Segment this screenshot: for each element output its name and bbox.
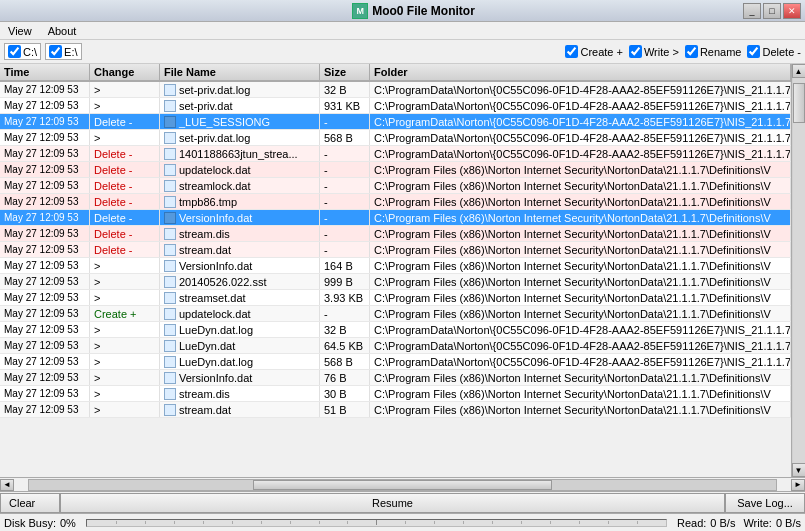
file-icon xyxy=(164,212,176,224)
filter-rename-input[interactable] xyxy=(685,45,698,58)
scroll-thumb[interactable] xyxy=(793,83,805,123)
filter-delete[interactable]: Delete - xyxy=(747,45,801,58)
table-row[interactable]: May 27 12:09 53>VersionInfo.dat76 BC:\Pr… xyxy=(0,370,791,386)
cell-time: May 27 12:09 53 xyxy=(0,402,90,417)
cell-time: May 27 12:09 53 xyxy=(0,82,90,97)
cell-time: May 27 12:09 53 xyxy=(0,354,90,369)
table-row[interactable]: May 27 12:09 53Delete -tmpb86.tmp-C:\Pro… xyxy=(0,194,791,210)
save-log-button[interactable]: Save Log... xyxy=(725,493,805,513)
cell-filename: _LUE_SESSIONG xyxy=(160,114,320,129)
file-icon xyxy=(164,340,176,352)
close-button[interactable]: ✕ xyxy=(783,3,801,19)
scroll-up-button[interactable]: ▲ xyxy=(792,64,806,78)
file-icon xyxy=(164,372,176,384)
table-row[interactable]: May 27 12:09 53Delete -_LUE_SESSIONG-C:\… xyxy=(0,114,791,130)
cell-change: > xyxy=(90,258,160,273)
scroll-down-button[interactable]: ▼ xyxy=(792,463,806,477)
filter-delete-input[interactable] xyxy=(747,45,760,58)
toolbar-filters: Create + Write > Rename Delete - xyxy=(565,45,801,58)
table-row[interactable]: May 27 12:09 53>VersionInfo.dat164 BC:\P… xyxy=(0,258,791,274)
table-row[interactable]: May 27 12:09 53>stream.dis30 BC:\Program… xyxy=(0,386,791,402)
file-icon xyxy=(164,148,176,160)
table-row[interactable]: May 27 12:09 53Delete -stream.dat-C:\Pro… xyxy=(0,242,791,258)
scroll-track[interactable] xyxy=(793,78,805,463)
cell-size: - xyxy=(320,178,370,193)
cell-folder: C:\Program Files (x86)\Norton Internet S… xyxy=(370,162,791,177)
table-row[interactable]: May 27 12:09 53>LueDyn.dat.log568 BC:\Pr… xyxy=(0,354,791,370)
disk-busy-section: Disk Busy: 0% xyxy=(4,517,76,529)
cell-size: - xyxy=(320,146,370,161)
cell-folder: C:\ProgramData\Norton\{0C55C096-0F1D-4F2… xyxy=(370,146,791,161)
table-row[interactable]: May 27 12:09 53>LueDyn.dat64.5 KBC:\Prog… xyxy=(0,338,791,354)
cell-filename: LueDyn.dat.log xyxy=(160,322,320,337)
cell-folder: C:\Program Files (x86)\Norton Internet S… xyxy=(370,306,791,321)
file-icon xyxy=(164,132,176,144)
table-row[interactable]: May 27 12:09 53Create +updatelock.dat-C:… xyxy=(0,306,791,322)
file-icon xyxy=(164,324,176,336)
file-icon xyxy=(164,356,176,368)
file-icon xyxy=(164,276,176,288)
cell-folder: C:\Program Files (x86)\Norton Internet S… xyxy=(370,402,791,417)
scroll-right-button[interactable]: ► xyxy=(791,479,805,491)
hscroll-track[interactable] xyxy=(28,479,777,491)
table-row[interactable]: May 27 12:09 53Delete -updatelock.dat-C:… xyxy=(0,162,791,178)
table-row[interactable]: May 27 12:09 53>streamset.dat3.93 KBC:\P… xyxy=(0,290,791,306)
cell-change: > xyxy=(90,82,160,97)
cell-filename: stream.dat xyxy=(160,402,320,417)
maximize-button[interactable]: □ xyxy=(763,3,781,19)
scroll-left-button[interactable]: ◄ xyxy=(0,479,14,491)
cell-filename: updatelock.dat xyxy=(160,162,320,177)
hscroll-thumb[interactable] xyxy=(253,480,552,490)
cell-size: 76 B xyxy=(320,370,370,385)
table-row[interactable]: May 27 12:09 53Delete -1401188663jtun_st… xyxy=(0,146,791,162)
menu-view[interactable]: View xyxy=(4,25,36,37)
table-row[interactable]: May 27 12:09 53>set-priv.dat.log32 BC:\P… xyxy=(0,82,791,98)
filter-write[interactable]: Write > xyxy=(629,45,679,58)
table-row[interactable]: May 27 12:09 53Delete -VersionInfo.dat-C… xyxy=(0,210,791,226)
file-icon xyxy=(164,404,176,416)
file-monitor-table-area: Time Change File Name Size Folder May 27… xyxy=(0,64,805,477)
file-icon xyxy=(164,196,176,208)
table-row[interactable]: May 27 12:09 53>stream.dat51 BC:\Program… xyxy=(0,402,791,418)
write-section: Write: 0 B/s xyxy=(743,517,801,529)
file-icon xyxy=(164,100,176,112)
table-row[interactable]: May 27 12:09 53>set-priv.dat931 KBC:\Pro… xyxy=(0,98,791,114)
drive-e-checkbox[interactable]: E:\ xyxy=(45,43,81,60)
cell-filename: stream.dis xyxy=(160,386,320,401)
cell-size: 3.93 KB xyxy=(320,290,370,305)
disk-busy-value: 0% xyxy=(60,517,76,529)
cell-folder: C:\ProgramData\Norton\{0C55C096-0F1D-4F2… xyxy=(370,322,791,337)
table-row[interactable]: May 27 12:09 53Delete -streamlock.dat-C:… xyxy=(0,178,791,194)
cell-filename: VersionInfo.dat xyxy=(160,370,320,385)
table-row[interactable]: May 27 12:09 53>20140526.022.sst999 BC:\… xyxy=(0,274,791,290)
filter-create[interactable]: Create + xyxy=(565,45,623,58)
table-row[interactable]: May 27 12:09 53Delete -stream.dis-C:\Pro… xyxy=(0,226,791,242)
cell-change: Create + xyxy=(90,306,160,321)
table-row[interactable]: May 27 12:09 53>LueDyn.dat.log32 BC:\Pro… xyxy=(0,322,791,338)
drive-c-checkbox[interactable]: C:\ xyxy=(4,43,41,60)
cell-filename: stream.dis xyxy=(160,226,320,241)
cell-folder: C:\Program Files (x86)\Norton Internet S… xyxy=(370,194,791,209)
filter-rename[interactable]: Rename xyxy=(685,45,742,58)
cell-change: > xyxy=(90,130,160,145)
cell-change: > xyxy=(90,386,160,401)
cell-time: May 27 12:09 53 xyxy=(0,226,90,241)
cell-time: May 27 12:09 53 xyxy=(0,210,90,225)
cell-size: 999 B xyxy=(320,274,370,289)
cell-size: 51 B xyxy=(320,402,370,417)
vertical-scrollbar[interactable]: ▲ ▼ xyxy=(791,64,805,477)
table-row[interactable]: May 27 12:09 53>set-priv.dat.log568 BC:\… xyxy=(0,130,791,146)
clear-button[interactable]: Clear xyxy=(0,493,60,513)
filter-write-input[interactable] xyxy=(629,45,642,58)
cell-change: Delete - xyxy=(90,146,160,161)
resume-button[interactable]: Resume xyxy=(60,493,725,513)
cell-change: > xyxy=(90,402,160,417)
cell-size: - xyxy=(320,194,370,209)
horizontal-scrollbar[interactable]: ◄ ► xyxy=(0,477,805,491)
menu-about[interactable]: About xyxy=(44,25,81,37)
drive-e-input[interactable] xyxy=(49,45,62,58)
filter-create-input[interactable] xyxy=(565,45,578,58)
minimize-button[interactable]: _ xyxy=(743,3,761,19)
drive-c-input[interactable] xyxy=(8,45,21,58)
toolbar: C:\ E:\ Create + Write > Rename Delete - xyxy=(0,40,805,64)
